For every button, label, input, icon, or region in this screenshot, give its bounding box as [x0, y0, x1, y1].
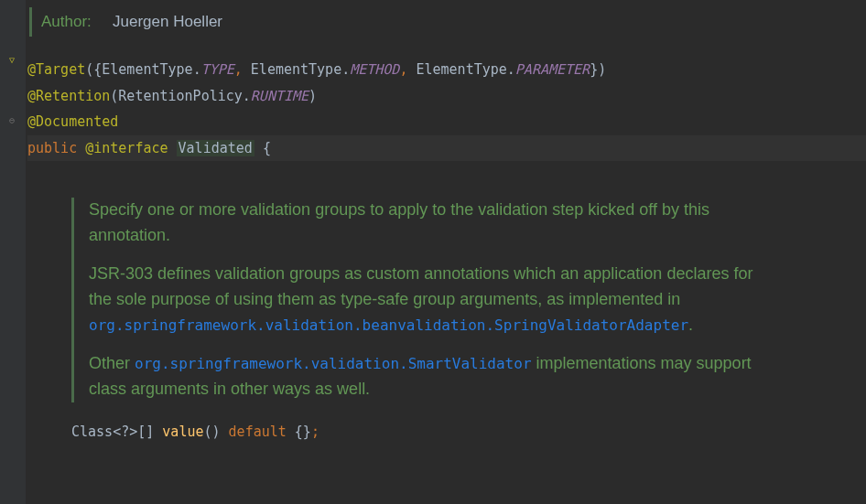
- documented-annotation-line: @Documented: [27, 109, 866, 135]
- class-name: Validated: [177, 140, 254, 156]
- method-name: value: [162, 424, 203, 440]
- code-reference: org.springframework.validation.beanvalid…: [89, 316, 688, 334]
- retention-annotation-line: @Retention(RetentionPolicy.RUNTIME): [27, 83, 866, 110]
- class-declaration-line: public @interface Validated {: [27, 135, 866, 162]
- author-name: Juergen Hoeller: [100, 13, 222, 30]
- code-reference: org.springframework.validation.SmartVali…: [135, 355, 531, 372]
- gutter: ▽ ⊖: [0, 0, 26, 504]
- author-tag: Author:: [41, 13, 92, 30]
- method-declaration: Class<?>[] value() default {};: [71, 419, 866, 445]
- javadoc-paragraph: Specify one or more validation groups to…: [89, 198, 767, 249]
- javadoc-block: Specify one or more validation groups to…: [71, 198, 767, 402]
- javadoc-author-line: Author: Juergen Hoeller: [29, 7, 866, 37]
- javadoc-paragraph: Other org.springframework.validation.Sma…: [89, 351, 767, 402]
- target-annotation-line: @Target({ElementType.TYPE, ElementType.M…: [27, 57, 866, 83]
- code-editor[interactable]: Author: Juergen Hoeller @Target({Element…: [0, 0, 866, 445]
- collapse-icon[interactable]: ⊖: [5, 113, 18, 126]
- javadoc-paragraph: JSR-303 defines validation groups as cus…: [89, 262, 767, 338]
- collapse-icon[interactable]: ▽: [5, 53, 18, 66]
